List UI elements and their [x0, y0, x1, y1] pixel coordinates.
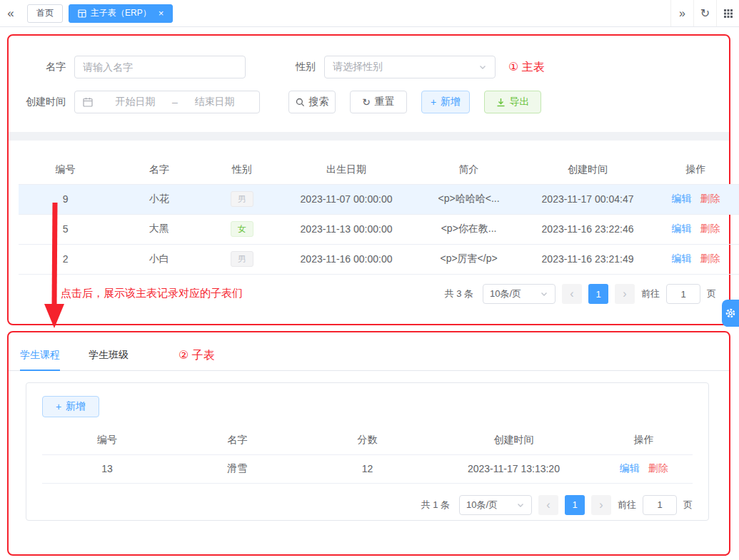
settings-gear-button[interactable] — [722, 300, 739, 327]
date-end-placeholder[interactable]: 结束日期 — [178, 96, 251, 108]
reset-button[interactable]: ↻ 重置 — [350, 91, 407, 113]
delete-link[interactable]: 删除 — [700, 253, 720, 264]
master-table: 编号 名字 性别 出生日期 简介 创建时间 操作 9 小花 男 2023-11-… — [19, 156, 739, 275]
table-row[interactable]: 9 小花 男 2023-11-07 00:00:00 <p>哈哈哈<... 20… — [19, 184, 739, 214]
child-table-header-row: 编号 名字 分数 创建时间 操作 — [42, 426, 693, 454]
cell-name: 小白 — [112, 244, 206, 274]
page-number-button[interactable]: 1 — [565, 495, 585, 515]
tab-master-child-label: 主子表（ERP） — [91, 7, 151, 19]
cell-birth: 2023-11-13 00:00:00 — [278, 214, 415, 244]
date-range-separator: – — [172, 96, 178, 108]
edit-link[interactable]: 编辑 — [671, 193, 691, 204]
name-input[interactable] — [74, 56, 246, 78]
section-separator — [9, 132, 729, 141]
gender-tag: 女 — [231, 221, 253, 237]
prev-page-button[interactable]: ‹ — [538, 495, 558, 515]
child-annotation-label: ② 子表 — [179, 341, 215, 370]
next-page-button[interactable]: › — [591, 495, 611, 515]
cell-actions: 编辑删除 — [653, 184, 739, 214]
gender-select[interactable]: 请选择性别 — [324, 56, 496, 78]
plus-icon: + — [56, 401, 61, 412]
tab-home[interactable]: 首页 — [27, 4, 63, 23]
cell-intro: <p>哈哈哈<... — [415, 184, 523, 214]
cell-name: 滑雪 — [172, 454, 302, 483]
cell-created: 2023-11-17 00:04:47 — [523, 184, 653, 214]
page-unit-label: 页 — [707, 287, 716, 300]
delete-link[interactable]: 删除 — [648, 462, 668, 474]
search-icon — [296, 98, 305, 107]
edit-link[interactable]: 编辑 — [671, 223, 691, 234]
table-icon — [78, 9, 86, 18]
tab-student-class[interactable]: 学生班级 — [89, 341, 129, 371]
cell-actions: 编辑删除 — [595, 454, 693, 483]
download-icon — [496, 98, 506, 107]
tab-master-child[interactable]: 主子表（ERP） × — [69, 4, 173, 23]
gender-tag: 男 — [231, 251, 253, 267]
date-start-placeholder[interactable]: 开始日期 — [99, 96, 172, 108]
goto-label: 前往 — [641, 287, 660, 300]
header-id: 编号 — [42, 426, 172, 454]
child-tabs: 学生课程 学生班级 ② 子表 — [9, 341, 729, 371]
pagination-total: 共 1 条 — [421, 499, 450, 511]
header-created: 创建时间 — [523, 156, 653, 184]
page-size-select[interactable]: 10条/页 — [459, 495, 532, 515]
add-button-label: 新增 — [441, 96, 461, 108]
cell-actions: 编辑删除 — [653, 244, 739, 274]
cell-gender: 男 — [206, 244, 278, 274]
cell-actions: 编辑删除 — [653, 214, 739, 244]
collapse-left-icon[interactable]: « — [0, 6, 21, 21]
table-row[interactable]: 13 滑雪 12 2023-11-17 13:13:20 编辑删除 — [42, 454, 693, 483]
date-range-picker[interactable]: 开始日期 – 结束日期 — [74, 91, 260, 113]
child-pagination: 共 1 条 10条/页 ‹ 1 › 前往 页 — [421, 495, 693, 515]
goto-page-input[interactable] — [643, 495, 677, 515]
table-row[interactable]: 2 小白 男 2023-11-16 00:00:00 <p>厉害</p> 202… — [19, 244, 739, 274]
header-actions: 操作 — [653, 156, 739, 184]
cell-id: 13 — [42, 454, 172, 483]
header-id: 编号 — [19, 156, 112, 184]
created-label: 创建时间 — [20, 96, 66, 108]
cell-intro: <p>你在教... — [415, 214, 523, 244]
delete-link[interactable]: 删除 — [700, 193, 720, 204]
export-button[interactable]: 导出 — [484, 91, 541, 113]
child-table: 编号 名字 分数 创建时间 操作 13 滑雪 12 2023-11-17 13:… — [42, 426, 693, 484]
header-actions: 操作 — [595, 426, 693, 454]
header-name: 名字 — [172, 426, 302, 454]
header-name: 名字 — [112, 156, 206, 184]
cell-gender: 女 — [206, 214, 278, 244]
edit-link[interactable]: 编辑 — [671, 253, 691, 264]
page-unit-label: 页 — [683, 499, 693, 511]
master-annotation-box: 名字 性别 请选择性别 ① 主表 创建时间 开始日期 – 结束日 — [7, 34, 730, 325]
chevron-down-icon — [478, 63, 487, 71]
search-button[interactable]: 搜索 — [288, 91, 336, 113]
header-gender: 性别 — [206, 156, 278, 184]
cell-name: 小花 — [112, 184, 206, 214]
delete-link[interactable]: 删除 — [700, 223, 720, 234]
page-number-button[interactable]: 1 — [588, 284, 608, 304]
refresh-icon[interactable]: ↻ — [693, 0, 716, 26]
add-button[interactable]: + 新增 — [421, 91, 470, 113]
tab-student-course[interactable]: 学生课程 — [20, 341, 60, 371]
reset-button-label: 重置 — [375, 96, 395, 108]
plus-icon: + — [431, 96, 436, 108]
name-input-field[interactable] — [83, 61, 237, 73]
cell-id: 2 — [19, 244, 112, 274]
cell-created: 2023-11-17 13:13:20 — [433, 454, 595, 483]
chevron-down-icon — [516, 501, 525, 509]
prev-page-button[interactable]: ‹ — [562, 284, 582, 304]
gear-icon — [725, 307, 736, 319]
name-label: 名字 — [20, 61, 66, 73]
table-row[interactable]: 5 大黑 女 2023-11-13 00:00:00 <p>你在教... 202… — [19, 214, 739, 244]
page-size-select[interactable]: 10条/页 — [483, 284, 555, 304]
next-page-button[interactable]: › — [615, 284, 635, 304]
cell-created: 2023-11-16 23:22:46 — [523, 214, 653, 244]
child-add-button[interactable]: + 新增 — [42, 396, 99, 417]
expand-right-icon[interactable]: » — [670, 0, 693, 26]
grid-icon[interactable] — [716, 0, 739, 26]
page-size-value: 10条/页 — [466, 499, 498, 511]
tab-home-label: 首页 — [36, 7, 54, 19]
close-icon[interactable]: × — [159, 9, 164, 18]
header-intro: 简介 — [415, 156, 523, 184]
edit-link[interactable]: 编辑 — [620, 462, 640, 474]
calendar-icon — [83, 97, 93, 107]
goto-page-input[interactable] — [666, 284, 700, 304]
